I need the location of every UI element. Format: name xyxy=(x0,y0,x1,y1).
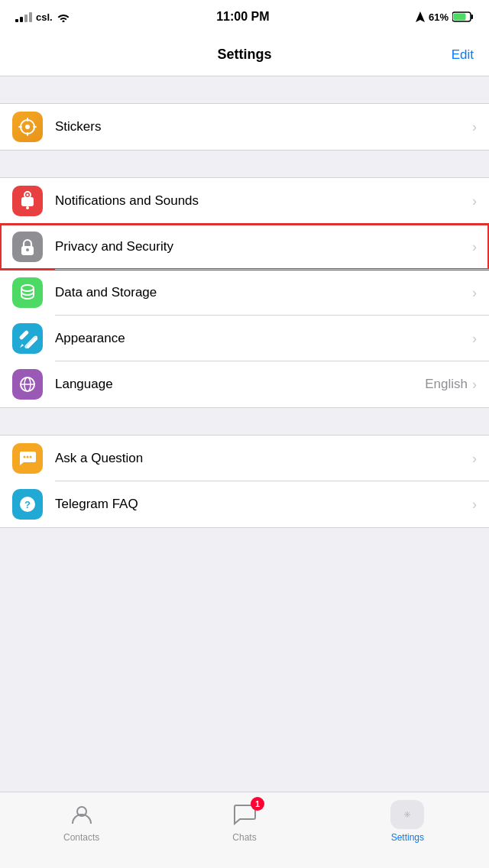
settings-item-privacy[interactable]: Privacy and Security › xyxy=(0,224,489,270)
stickers-label: Stickers xyxy=(55,119,472,134)
settings-item-ask[interactable]: Ask a Question › xyxy=(0,436,489,481)
svg-point-23 xyxy=(27,456,29,458)
notifications-svg xyxy=(18,191,37,211)
status-right: 61% xyxy=(416,11,474,23)
svg-point-22 xyxy=(24,456,26,458)
svg-point-10 xyxy=(27,194,29,196)
language-value: English xyxy=(425,377,468,392)
section-stickers: Stickers › xyxy=(0,103,489,151)
stickers-icon xyxy=(12,112,43,142)
svg-point-14 xyxy=(26,248,29,251)
ask-icon xyxy=(12,443,43,474)
contacts-icon-wrap xyxy=(65,800,99,829)
wifi-icon xyxy=(57,11,70,22)
tab-bar: Contacts 1 Chats Settings xyxy=(0,792,489,868)
status-time: 11:00 PM xyxy=(216,10,269,24)
ask-svg xyxy=(18,449,37,468)
svg-rect-16 xyxy=(26,337,37,348)
svg-rect-2 xyxy=(454,14,466,21)
svg-point-15 xyxy=(21,285,34,291)
chevron-icon: › xyxy=(472,285,477,301)
status-bar: csl. 11:00 PM 61% xyxy=(0,0,489,34)
svg-rect-18 xyxy=(19,330,29,340)
settings-item-language[interactable]: Language English › xyxy=(0,361,489,407)
chevron-icon: › xyxy=(472,193,477,209)
notifications-label: Notifications and Sounds xyxy=(55,193,472,209)
settings-item-faq[interactable]: ? Telegram FAQ › xyxy=(0,481,489,527)
appearance-svg xyxy=(18,329,37,348)
chats-icon-wrap: 1 xyxy=(228,800,261,829)
chats-tab-label: Chats xyxy=(232,832,256,843)
data-svg xyxy=(18,283,37,303)
svg-point-12 xyxy=(26,206,29,209)
settings-item-stickers[interactable]: Stickers › xyxy=(0,104,489,150)
tab-settings[interactable]: Settings xyxy=(327,800,488,843)
chevron-icon: › xyxy=(472,331,477,347)
appearance-label: Appearance xyxy=(55,331,472,346)
chevron-icon: › xyxy=(472,119,477,135)
settings-item-data[interactable]: Data and Storage › xyxy=(0,270,489,316)
battery-icon xyxy=(452,11,474,22)
faq-label: Telegram FAQ xyxy=(55,497,472,512)
contacts-icon xyxy=(70,802,94,827)
stickers-svg xyxy=(18,117,37,137)
section-main: Notifications and Sounds › Privacy and S… xyxy=(0,177,489,408)
privacy-icon xyxy=(12,232,43,262)
battery-label: 61% xyxy=(429,11,449,23)
status-left: csl. xyxy=(15,11,70,23)
tab-chats[interactable]: 1 Chats xyxy=(164,800,325,843)
settings-item-notifications[interactable]: Notifications and Sounds › xyxy=(0,178,489,224)
edit-button[interactable]: Edit xyxy=(452,47,474,63)
faq-icon: ? xyxy=(12,489,43,520)
faq-svg: ? xyxy=(18,494,37,514)
location-icon xyxy=(416,11,425,22)
contacts-tab-label: Contacts xyxy=(63,832,99,843)
svg-rect-1 xyxy=(471,15,474,19)
chevron-icon: › xyxy=(472,239,477,255)
settings-item-appearance[interactable]: Appearance › xyxy=(0,316,489,361)
chevron-icon: › xyxy=(472,377,477,393)
language-icon xyxy=(12,369,43,400)
data-icon xyxy=(12,277,43,308)
svg-point-24 xyxy=(30,456,32,458)
language-label: Language xyxy=(55,377,425,392)
svg-rect-11 xyxy=(21,197,34,206)
data-label: Data and Storage xyxy=(55,285,472,300)
chats-badge: 1 xyxy=(251,797,264,811)
svg-point-4 xyxy=(25,125,30,129)
ask-label: Ask a Question xyxy=(55,451,472,466)
settings-icon xyxy=(404,804,410,825)
page-title: Settings xyxy=(217,47,271,63)
appearance-icon xyxy=(12,323,43,354)
svg-point-28 xyxy=(406,814,408,815)
language-svg xyxy=(18,374,37,394)
settings-tab-label: Settings xyxy=(391,832,424,843)
notifications-icon xyxy=(12,186,43,216)
settings-icon-wrap xyxy=(390,800,424,829)
privacy-label: Privacy and Security xyxy=(55,239,472,254)
signal-icon xyxy=(15,12,32,22)
chevron-icon: › xyxy=(472,497,477,513)
section-help: Ask a Question › ? Telegram FAQ › xyxy=(0,435,489,528)
chevron-icon: › xyxy=(472,451,477,467)
nav-header: Settings Edit xyxy=(0,34,489,76)
tab-contacts[interactable]: Contacts xyxy=(1,800,162,843)
privacy-svg xyxy=(18,237,37,257)
svg-text:?: ? xyxy=(24,499,31,510)
carrier-label: csl. xyxy=(36,11,53,23)
